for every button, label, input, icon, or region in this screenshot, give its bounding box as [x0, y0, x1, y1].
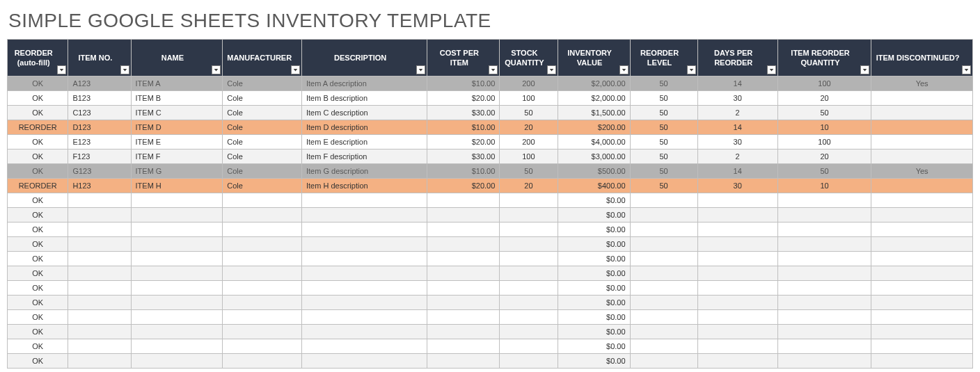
cell-stock[interactable]	[500, 339, 558, 354]
cell-name[interactable]	[131, 208, 223, 223]
cell-reorder_level[interactable]	[630, 252, 697, 266]
cell-reorder_qty[interactable]: 10	[777, 179, 871, 193]
cell-name[interactable]	[131, 325, 223, 339]
cell-reorder_qty[interactable]	[777, 325, 871, 339]
cell-name[interactable]: ITEM H	[131, 179, 223, 193]
cell-stock[interactable]: 50	[500, 164, 558, 179]
cell-discontinued[interactable]	[871, 179, 973, 193]
cell-stock[interactable]	[500, 208, 558, 223]
cell-reorder_level[interactable]	[630, 266, 697, 281]
cell-discontinued[interactable]	[871, 252, 973, 266]
cell-manufacturer[interactable]: Cole	[223, 91, 302, 106]
cell-reorder_qty[interactable]	[777, 193, 871, 208]
filter-dropdown-icon[interactable]	[120, 65, 129, 74]
cell-manufacturer[interactable]: Cole	[223, 76, 302, 91]
cell-value[interactable]: $0.00	[558, 354, 630, 369]
cell-value[interactable]: $4,000.00	[558, 135, 630, 149]
cell-description[interactable]	[301, 339, 427, 354]
cell-status[interactable]: OK	[8, 149, 68, 164]
cell-reorder_qty[interactable]: 20	[777, 149, 871, 164]
cell-cost[interactable]	[427, 193, 500, 208]
cell-status[interactable]: OK	[8, 208, 68, 223]
filter-dropdown-icon[interactable]	[291, 65, 300, 74]
column-header-description[interactable]: DESCRIPTION	[301, 40, 427, 76]
cell-reorder_level[interactable]: 50	[630, 164, 697, 179]
cell-status[interactable]: OK	[8, 223, 68, 237]
cell-cost[interactable]: $30.00	[427, 106, 500, 120]
cell-item_no[interactable]	[68, 281, 131, 296]
cell-stock[interactable]: 100	[500, 91, 558, 106]
cell-value[interactable]: $1,500.00	[558, 106, 630, 120]
cell-name[interactable]	[131, 296, 223, 310]
cell-item_no[interactable]: D123	[68, 120, 131, 135]
column-header-name[interactable]: NAME	[131, 40, 223, 76]
cell-description[interactable]	[301, 266, 427, 281]
cell-cost[interactable]	[427, 354, 500, 369]
cell-manufacturer[interactable]: Cole	[223, 164, 302, 179]
cell-discontinued[interactable]	[871, 223, 973, 237]
cell-cost[interactable]	[427, 208, 500, 223]
cell-stock[interactable]	[500, 296, 558, 310]
cell-discontinued[interactable]	[871, 91, 973, 106]
cell-description[interactable]: Item E description	[301, 135, 427, 149]
cell-cost[interactable]	[427, 281, 500, 296]
cell-item_no[interactable]: F123	[68, 149, 131, 164]
cell-days[interactable]	[697, 354, 777, 369]
cell-value[interactable]: $0.00	[558, 325, 630, 339]
cell-item_no[interactable]: G123	[68, 164, 131, 179]
cell-days[interactable]	[697, 266, 777, 281]
cell-cost[interactable]	[427, 266, 500, 281]
cell-status[interactable]: OK	[8, 354, 68, 369]
cell-value[interactable]: $2,000.00	[558, 76, 630, 91]
cell-description[interactable]	[301, 325, 427, 339]
filter-dropdown-icon[interactable]	[962, 65, 971, 74]
column-header-status[interactable]: REORDER (auto-fill)	[8, 40, 68, 76]
cell-days[interactable]	[697, 208, 777, 223]
cell-reorder_level[interactable]: 50	[630, 106, 697, 120]
cell-manufacturer[interactable]	[223, 266, 302, 281]
cell-stock[interactable]: 200	[500, 135, 558, 149]
cell-status[interactable]: OK	[8, 310, 68, 325]
cell-discontinued[interactable]	[871, 135, 973, 149]
cell-days[interactable]: 30	[697, 91, 777, 106]
cell-discontinued[interactable]	[871, 149, 973, 164]
cell-status[interactable]: OK	[8, 237, 68, 252]
cell-reorder_level[interactable]	[630, 325, 697, 339]
cell-manufacturer[interactable]: Cole	[223, 135, 302, 149]
cell-cost[interactable]: $10.00	[427, 164, 500, 179]
cell-days[interactable]	[697, 223, 777, 237]
cell-item_no[interactable]: A123	[68, 76, 131, 91]
cell-description[interactable]: Item C description	[301, 106, 427, 120]
cell-reorder_level[interactable]: 50	[630, 135, 697, 149]
cell-reorder_qty[interactable]	[777, 339, 871, 354]
cell-manufacturer[interactable]	[223, 237, 302, 252]
cell-stock[interactable]	[500, 281, 558, 296]
cell-days[interactable]	[697, 237, 777, 252]
filter-dropdown-icon[interactable]	[416, 65, 425, 74]
cell-manufacturer[interactable]: Cole	[223, 120, 302, 135]
cell-discontinued[interactable]	[871, 106, 973, 120]
cell-manufacturer[interactable]	[223, 223, 302, 237]
cell-name[interactable]	[131, 223, 223, 237]
cell-value[interactable]: $0.00	[558, 296, 630, 310]
cell-cost[interactable]: $20.00	[427, 91, 500, 106]
cell-status[interactable]: OK	[8, 164, 68, 179]
column-header-value[interactable]: INVENTORY VALUE	[558, 40, 630, 76]
cell-name[interactable]	[131, 339, 223, 354]
cell-days[interactable]: 14	[697, 164, 777, 179]
cell-reorder_qty[interactable]	[777, 296, 871, 310]
cell-cost[interactable]	[427, 325, 500, 339]
cell-description[interactable]	[301, 281, 427, 296]
cell-reorder_qty[interactable]: 100	[777, 76, 871, 91]
cell-manufacturer[interactable]	[223, 325, 302, 339]
cell-manufacturer[interactable]	[223, 354, 302, 369]
cell-description[interactable]: Item F description	[301, 149, 427, 164]
column-header-manufacturer[interactable]: MANUFACTURER	[223, 40, 302, 76]
cell-stock[interactable]	[500, 354, 558, 369]
cell-discontinued[interactable]: Yes	[871, 76, 973, 91]
filter-dropdown-icon[interactable]	[860, 65, 869, 74]
cell-discontinued[interactable]	[871, 266, 973, 281]
cell-value[interactable]: $0.00	[558, 208, 630, 223]
cell-stock[interactable]	[500, 310, 558, 325]
cell-description[interactable]	[301, 296, 427, 310]
